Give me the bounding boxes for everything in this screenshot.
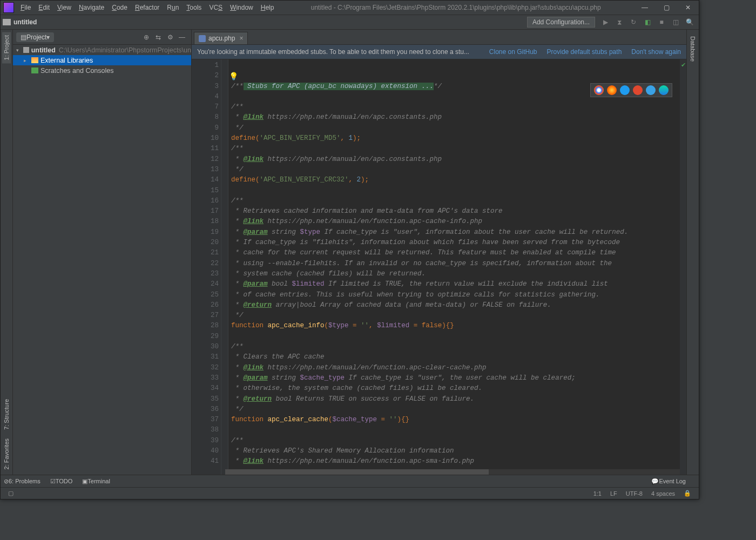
code-area[interactable]: /** Stubs for APC (apcu_bc nowadays) ext… [228,59,686,475]
lock-icon[interactable]: 🔒 [684,490,691,497]
settings-icon[interactable]: ⚙ [164,33,176,41]
status-icon[interactable]: ▢ [8,490,14,497]
profiler-icon[interactable]: ◧ [642,16,653,28]
menu-view[interactable]: View [53,2,75,14]
project-tree[interactable]: ▾untitledC:\Users\Administrator\Phpstorm… [13,45,191,475]
status-bar: ▢ 1:1 LF UTF-8 4 spaces 🔒 [1,487,699,499]
safari-icon[interactable] [620,85,630,95]
window-close[interactable]: ✕ [677,1,699,15]
notification-banner: You're looking at immutable embedded stu… [192,45,686,59]
menu-run[interactable]: Run [163,2,183,14]
window-minimize[interactable]: — [634,1,656,15]
editor-area: apcu.php × You're looking at immutable e… [192,30,686,475]
banner-link-stubs[interactable]: Provide default stubs path [547,48,622,56]
tree-external-libraries[interactable]: ▸External Libraries [13,55,191,65]
navigation-bar: untitled Add Configuration... ▶ ⧗ ↻ ◧ ■ … [1,15,699,30]
coverage-icon[interactable]: ↻ [627,16,639,28]
tree-root[interactable]: untitled [31,46,56,54]
app-icon [3,2,14,13]
tool-favorites-tab[interactable]: 2: Favorites [2,435,11,473]
menu-refactor[interactable]: Refactor [131,2,163,14]
encoding[interactable]: UTF-8 [626,490,643,497]
right-tool-strip: Database [686,30,699,475]
window-maximize[interactable]: ▢ [656,1,677,15]
browser-panel [590,83,672,97]
stop-icon[interactable]: ■ [656,16,667,28]
banner-link-clone[interactable]: Clone on GitHub [489,48,537,56]
banner-link-dismiss[interactable]: Don't show again [631,48,681,56]
run-icon[interactable]: ▶ [599,16,611,28]
banner-message: You're looking at immutable embedded stu… [197,48,480,56]
error-stripe[interactable]: ✔ [680,59,686,475]
bottom-tool-strip: ⊘ 6: Problems ☑ TODO ▣ Terminal 💬 Event … [1,475,699,487]
tool-database-tab[interactable]: Database [688,33,697,65]
breadcrumb[interactable]: untitled [14,18,37,26]
tool-terminal[interactable]: ▣ Terminal [82,478,110,485]
intention-bulb-icon[interactable]: 💡 [229,72,238,80]
ie-icon[interactable] [646,85,656,95]
fold-column[interactable] [221,59,228,475]
tool-eventlog[interactable]: 💬 Event Log [651,478,686,485]
menu-edit[interactable]: Edit [35,2,53,14]
folder-icon [3,19,11,25]
locate-icon[interactable]: ⊕ [140,33,152,41]
title-path: untitled - C:\Program Files\JetBrains\Ph… [278,4,634,11]
debug-icon[interactable]: ⧗ [613,16,625,28]
search-everywhere-icon[interactable]: 🔍 [684,16,696,28]
edge-icon[interactable] [659,85,669,95]
editor-tab[interactable]: apcu.php × [194,32,248,44]
menu-window[interactable]: Window [226,2,257,14]
menu-vcs[interactable]: VCS [205,2,226,14]
tool-project-tab[interactable]: 1: Project [2,32,11,63]
main-menu: File Edit View Navigate Code Refactor Ru… [17,2,278,14]
tool-todo[interactable]: ☑ TODO [50,478,73,485]
project-view-selector[interactable]: ▤ Project ▾ [16,32,54,42]
horizontal-scrollbar[interactable] [225,469,680,475]
editor[interactable]: 1234789101112131415161718192021222324252… [192,59,686,475]
gutter[interactable]: 1234789101112131415161718192021222324252… [192,59,221,475]
check-icon: ✔ [681,62,686,69]
left-tool-strip: 1: Project 7: Structure 2: Favorites [1,30,13,475]
tool-problems[interactable]: ⊘ 6: Problems [4,478,40,485]
hide-icon[interactable]: — [176,33,188,41]
tab-label: apcu.php [208,35,235,42]
caret-position[interactable]: 1:1 [593,490,602,497]
menu-tools[interactable]: Tools [183,2,205,14]
menu-help[interactable]: Help [257,2,278,14]
firefox-icon[interactable] [607,85,617,95]
php-file-icon [199,35,206,42]
menu-code[interactable]: Code [108,2,131,14]
tool-structure-tab[interactable]: 7: Structure [2,396,11,433]
menu-navigate[interactable]: Navigate [75,2,108,14]
titlebar: File Edit View Navigate Code Refactor Ru… [1,1,699,15]
menu-file[interactable]: File [17,2,35,14]
layout-icon[interactable]: ◫ [670,16,681,28]
project-panel: ▤ Project ▾ ⊕ ⇆ ⚙ — ▾untitledC:\Users\Ad… [13,30,192,475]
add-configuration-button[interactable]: Add Configuration... [527,17,595,28]
tree-scratches[interactable]: Scratches and Consoles [13,65,191,76]
chrome-icon[interactable] [594,85,604,95]
indent[interactable]: 4 spaces [651,490,675,497]
opera-icon[interactable] [633,85,643,95]
line-separator[interactable]: LF [610,490,617,497]
close-tab-icon[interactable]: × [239,35,243,42]
expand-icon[interactable]: ⇆ [152,33,164,41]
